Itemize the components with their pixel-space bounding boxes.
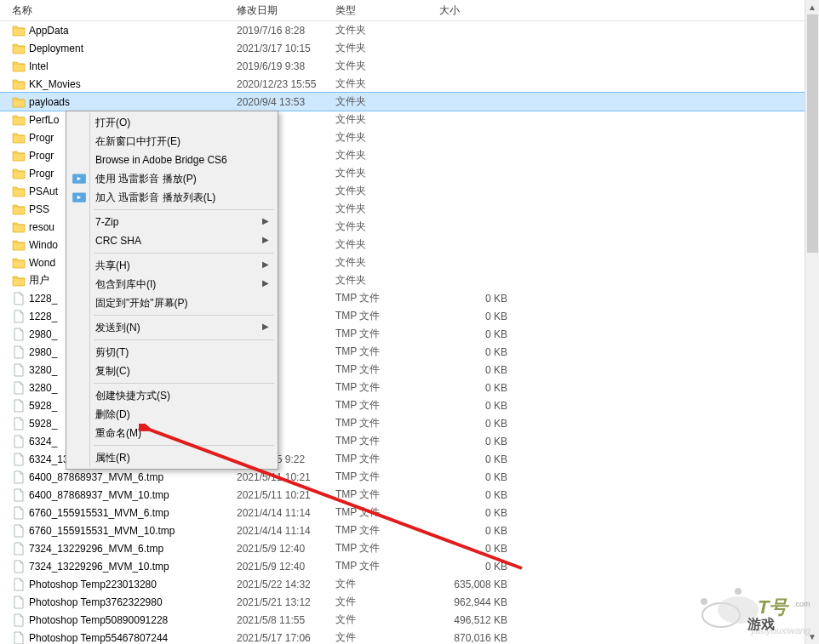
table-row[interactable]: AppData2019/7/16 8:28文件夹 bbox=[0, 21, 819, 39]
file-size: 0 KB bbox=[439, 471, 507, 483]
menu-item[interactable]: 固定到"开始"屏幕(P) bbox=[68, 294, 276, 312]
svg-text:游戏: 游戏 bbox=[747, 617, 775, 631]
submenu-arrow-icon: ▶ bbox=[262, 235, 269, 244]
col-header-date[interactable]: 修改日期 bbox=[237, 3, 335, 18]
file-icon bbox=[12, 328, 26, 341]
menu-item[interactable]: 加入 迅雷影音 播放列表(L) bbox=[68, 188, 276, 207]
file-size: 635,008 KB bbox=[439, 578, 507, 590]
file-date: 2019/6/19 9:38 bbox=[237, 60, 335, 72]
file-type: 文件夹 bbox=[335, 273, 439, 288]
menu-separator bbox=[94, 339, 274, 340]
file-icon bbox=[12, 435, 26, 448]
file-date: 2019/7/16 8:28 bbox=[237, 25, 335, 37]
menu-item[interactable]: Browse in Adobe Bridge CS6 bbox=[68, 151, 276, 169]
file-size: 0 KB bbox=[439, 525, 507, 537]
table-row[interactable]: Deployment2021/3/17 10:15文件夹 bbox=[0, 39, 819, 57]
submenu-arrow-icon: ▶ bbox=[262, 278, 269, 288]
file-size: 0 KB bbox=[439, 507, 507, 519]
scroll-thumb[interactable] bbox=[807, 14, 818, 253]
file-date: 2020/12/23 15:55 bbox=[237, 78, 335, 90]
file-name: 7324_13229296_MVM_10.tmp bbox=[29, 561, 237, 573]
menu-item[interactable]: 打开(O) bbox=[68, 113, 276, 132]
file-size: 0 KB bbox=[439, 561, 507, 573]
menu-item-label: 使用 迅雷影音 播放(P) bbox=[95, 172, 197, 186]
file-date: 2021/3/17 10:15 bbox=[237, 43, 335, 54]
file-icon bbox=[12, 470, 26, 484]
menu-item[interactable]: 发送到(N)▶ bbox=[68, 318, 276, 337]
file-type: TMP 文件 bbox=[335, 345, 439, 359]
file-icon bbox=[12, 578, 26, 591]
menu-item[interactable]: 创建快捷方式(S) bbox=[68, 386, 276, 405]
menu-separator bbox=[94, 383, 274, 384]
menu-item[interactable]: 在新窗口中打开(E) bbox=[68, 132, 276, 151]
table-row[interactable]: 7324_13229296_MVM_10.tmp2021/5/9 12:40TM… bbox=[0, 557, 819, 575]
file-size: 870,016 KB bbox=[439, 632, 507, 644]
col-header-name[interactable]: 名称 bbox=[12, 3, 237, 18]
folder-icon bbox=[12, 185, 26, 198]
table-row[interactable]: Intel2019/6/19 9:38文件夹 bbox=[0, 57, 819, 75]
menu-item[interactable]: CRC SHA▶ bbox=[68, 231, 276, 250]
file-icon bbox=[12, 399, 26, 413]
file-type: TMP 文件 bbox=[335, 505, 439, 520]
svg-point-9 bbox=[735, 588, 742, 595]
file-name: payloads bbox=[29, 96, 237, 108]
file-name: 6400_87868937_MVM_6.tmp bbox=[29, 471, 237, 483]
menu-item[interactable]: 复制(C) bbox=[68, 362, 276, 380]
submenu-arrow-icon: ▶ bbox=[262, 216, 269, 225]
menu-item[interactable]: 重命名(M) bbox=[68, 424, 276, 442]
file-icon bbox=[12, 345, 26, 359]
file-date: 2020/9/4 13:53 bbox=[237, 96, 335, 108]
context-menu[interactable]: 打开(O)在新窗口中打开(E)Browse in Adobe Bridge CS… bbox=[66, 111, 278, 470]
menu-item[interactable]: 7-Zip▶ bbox=[68, 213, 276, 231]
vertical-scrollbar[interactable]: ▲ ▼ bbox=[805, 0, 819, 644]
file-type: 文件夹 bbox=[335, 148, 439, 162]
table-row[interactable]: KK_Movies2020/12/23 15:55文件夹 bbox=[0, 75, 819, 93]
menu-item[interactable]: 删除(D) bbox=[68, 405, 276, 424]
file-type: TMP 文件 bbox=[335, 452, 439, 466]
file-type: TMP 文件 bbox=[335, 487, 439, 502]
file-icon bbox=[12, 596, 26, 609]
folder-icon bbox=[12, 167, 26, 180]
menu-item[interactable]: 使用 迅雷影音 播放(P) bbox=[68, 169, 276, 188]
menu-item-label: 剪切(T) bbox=[95, 345, 129, 360]
table-row[interactable]: 6400_87868937_MVM_6.tmp2021/5/11 10:21TM… bbox=[0, 468, 819, 486]
menu-separator bbox=[94, 315, 274, 316]
file-size: 0 KB bbox=[439, 293, 507, 305]
col-header-size[interactable]: 大小 bbox=[439, 3, 507, 18]
file-size: 0 KB bbox=[439, 436, 507, 447]
scroll-up-icon[interactable]: ▲ bbox=[805, 0, 819, 14]
file-size: 0 KB bbox=[439, 382, 507, 394]
file-name: Deployment bbox=[29, 43, 237, 54]
menu-item-label: 包含到库中(I) bbox=[95, 277, 156, 292]
menu-item[interactable]: 包含到库中(I)▶ bbox=[68, 275, 276, 294]
menu-item-label: 共享(H) bbox=[95, 259, 130, 273]
file-type: 文件夹 bbox=[335, 184, 439, 198]
svg-point-8 bbox=[701, 598, 707, 605]
col-header-type[interactable]: 类型 bbox=[335, 3, 439, 18]
file-type: TMP 文件 bbox=[335, 559, 439, 573]
file-type: 文件夹 bbox=[335, 166, 439, 180]
file-name: AppData bbox=[29, 25, 237, 37]
file-type: 文件夹 bbox=[335, 202, 439, 216]
menu-item[interactable]: 属性(R) bbox=[68, 448, 276, 467]
file-type: 文件夹 bbox=[335, 59, 439, 73]
file-name: Photoshop Temp55467807244 bbox=[29, 632, 237, 644]
menu-item-label: 发送到(N) bbox=[95, 321, 140, 335]
file-type: 文件 bbox=[335, 577, 439, 591]
file-size: 0 KB bbox=[439, 328, 507, 340]
table-row[interactable]: 7324_13229296_MVM_6.tmp2021/5/9 12:40TMP… bbox=[0, 539, 819, 557]
svg-text:.com: .com bbox=[793, 600, 810, 608]
table-row[interactable]: 6400_87868937_MVM_10.tmp2021/5/11 10:21T… bbox=[0, 486, 819, 504]
watermark: T号 游戏 .com jiaoyouxiwang bbox=[691, 576, 810, 635]
menu-item[interactable]: 剪切(T) bbox=[68, 343, 276, 362]
file-size: 496,512 KB bbox=[439, 614, 507, 626]
file-size: 0 KB bbox=[439, 364, 507, 376]
table-row[interactable]: 6760_155915531_MVM_10.tmp2021/4/14 11:14… bbox=[0, 521, 819, 539]
file-type: 文件夹 bbox=[335, 237, 439, 252]
file-name: Photoshop Temp3762322980 bbox=[29, 596, 237, 608]
table-row[interactable]: 6760_155915531_MVM_6.tmp2021/4/14 11:14T… bbox=[0, 504, 819, 521]
menu-item[interactable]: 共享(H)▶ bbox=[68, 256, 276, 275]
file-icon bbox=[12, 488, 26, 502]
table-row[interactable]: payloads2020/9/4 13:53文件夹 bbox=[0, 93, 819, 111]
menu-item-label: 删除(D) bbox=[95, 407, 130, 422]
